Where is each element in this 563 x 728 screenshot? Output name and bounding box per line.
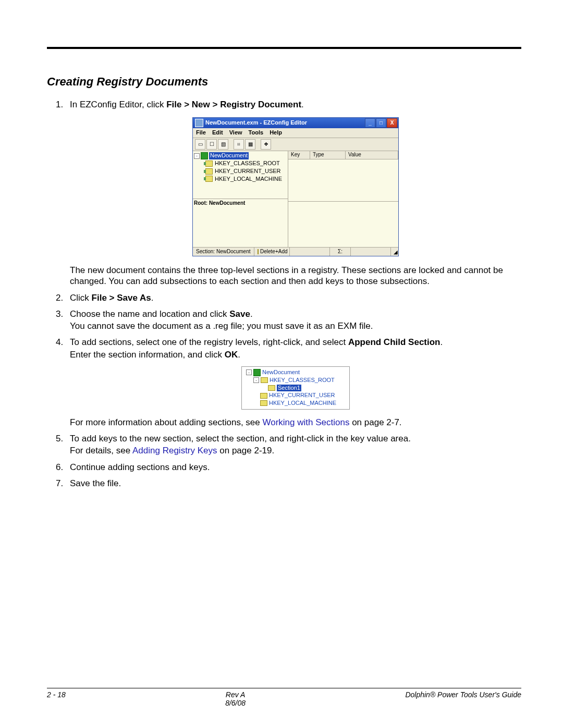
col-type[interactable]: Type xyxy=(310,151,346,159)
tree-root-label: NewDocument xyxy=(209,152,249,159)
status-spacer2 xyxy=(351,248,391,256)
tool-icon-3[interactable]: ❖ xyxy=(261,139,271,150)
minimize-button[interactable]: _ xyxy=(365,118,375,128)
status-section: Section: NewDocument xyxy=(193,248,254,256)
detail-label: Root: NewDocument xyxy=(194,200,287,207)
folder-icon xyxy=(205,161,213,167)
link-working-with-sections[interactable]: Working with Sections xyxy=(262,417,349,427)
tree-item-hklm[interactable]: HKEY_LOCAL_MACHINE xyxy=(205,176,287,183)
menu-view[interactable]: View xyxy=(229,129,242,137)
footer-rev: Rev A xyxy=(66,690,406,699)
step-2: Click File > Save As. xyxy=(66,292,521,303)
menu-file[interactable]: File xyxy=(196,129,206,137)
step-5: To add keys to the new section, select t… xyxy=(66,433,521,456)
col-value[interactable]: Value xyxy=(346,151,398,159)
new-icon[interactable]: ▭ xyxy=(195,139,205,150)
expander-icon[interactable]: - xyxy=(253,377,259,383)
folder-icon xyxy=(261,377,268,383)
ezconfig-editor-screenshot: NewDocument.exm - EZConfig Editor _ □ X … xyxy=(192,117,399,256)
toolbar: ▭ ☐ ▧ ⌗ ▦ ❖ xyxy=(193,138,398,151)
menu-help[interactable]: Help xyxy=(270,129,282,137)
tool-icon-1[interactable]: ⌗ xyxy=(234,139,244,150)
grid-area-bottom[interactable] xyxy=(288,202,398,248)
window-title: NewDocument.exm - EZConfig Editor xyxy=(205,119,307,127)
s2-section1[interactable]: Section1 xyxy=(268,385,347,392)
folder-icon xyxy=(260,393,267,399)
folder-icon xyxy=(205,176,213,182)
footer-page-number: 2 - 18 xyxy=(47,690,66,707)
close-button[interactable]: X xyxy=(387,118,397,128)
status-sigma: Σ: xyxy=(330,248,351,256)
grid-area-top[interactable] xyxy=(288,159,398,202)
expander-icon[interactable]: - xyxy=(246,369,252,375)
menu-tools[interactable]: Tools xyxy=(249,129,264,137)
step-3: Choose the name and location and click S… xyxy=(66,309,521,332)
tool-icon-2[interactable]: ▦ xyxy=(245,139,255,150)
menubar: File Edit View Tools Help xyxy=(193,128,398,138)
save-icon[interactable]: ▧ xyxy=(218,139,228,150)
top-rule xyxy=(47,47,521,49)
folder-icon xyxy=(260,400,267,406)
page-footer: 2 - 18 Rev A 8/6/08 Dolphin® Power Tools… xyxy=(47,688,521,707)
detail-pane: Root: NewDocument xyxy=(193,199,288,247)
tree-root[interactable]: - NewDocument xyxy=(194,152,287,159)
status-mode: Delete+Add xyxy=(254,248,290,256)
step-7: Save the file. xyxy=(66,478,521,489)
app-icon xyxy=(195,119,203,127)
root-icon xyxy=(253,369,261,376)
tree-pane: - NewDocument HKEY_CLASSES_ROOT HKEY_CUR… xyxy=(193,151,288,199)
tree-snippet-screenshot: - NewDocument - HKEY_CLASSES_ROOT Sectio… xyxy=(241,366,350,410)
statusbar: Section: NewDocument Delete+Add Σ: ◢ xyxy=(193,247,398,256)
tree-item-hkcu[interactable]: HKEY_CURRENT_USER xyxy=(205,168,287,175)
s2-root[interactable]: - NewDocument xyxy=(246,369,347,376)
key-value-pane: Key Type Value xyxy=(288,151,398,247)
footer-guide-title: Dolphin® Power Tools User's Guide xyxy=(405,690,521,707)
maximize-button[interactable]: □ xyxy=(376,118,386,128)
tree-item-hkcr[interactable]: HKEY_CLASSES_ROOT xyxy=(205,160,287,167)
step-1: In EZConfig Editor, click File > New > R… xyxy=(66,99,521,287)
expander-icon[interactable]: - xyxy=(194,153,200,159)
menu-edit[interactable]: Edit xyxy=(212,129,223,137)
grid-header: Key Type Value xyxy=(288,151,398,159)
folder-icon xyxy=(268,385,275,391)
link-adding-registry-keys[interactable]: Adding Registry Keys xyxy=(132,446,217,455)
resize-grip-icon[interactable]: ◢ xyxy=(391,248,398,256)
s2-hkcu[interactable]: HKEY_CURRENT_USER xyxy=(253,392,347,399)
root-icon xyxy=(201,152,208,159)
footer-date: 8/6/08 xyxy=(66,699,406,707)
col-key[interactable]: Key xyxy=(288,151,310,159)
titlebar: NewDocument.exm - EZConfig Editor _ □ X xyxy=(193,118,398,128)
folder-icon xyxy=(205,168,213,175)
step-4: To add sections, select one of the regis… xyxy=(66,337,521,428)
s2-hklm[interactable]: HKEY_LOCAL_MACHINE xyxy=(253,400,347,407)
section-heading: Creating Registry Documents xyxy=(47,75,521,89)
s2-hkcr[interactable]: - HKEY_CLASSES_ROOT xyxy=(253,377,347,384)
step-6: Continue adding sections and keys. xyxy=(66,462,521,473)
open-icon[interactable]: ☐ xyxy=(206,139,217,150)
status-spacer xyxy=(290,248,330,256)
step4-followup: For more information about adding sectio… xyxy=(70,417,521,428)
step1-followup: The new document contains the three top-… xyxy=(70,265,521,287)
steps-list: In EZConfig Editor, click File > New > R… xyxy=(47,99,521,489)
folder-icon xyxy=(258,249,259,254)
